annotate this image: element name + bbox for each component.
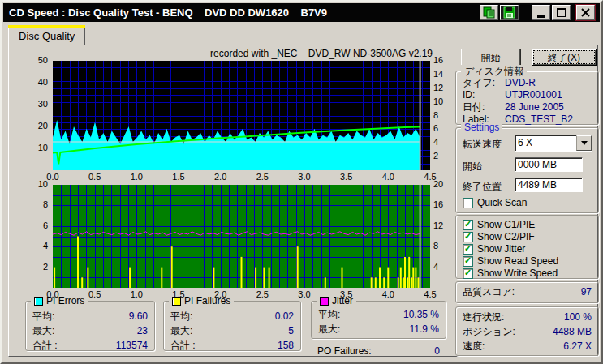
tab-label: Disc Quality: [19, 30, 75, 42]
close-icon: [581, 8, 590, 17]
copy-to-clipboard-button[interactable]: [480, 5, 498, 20]
end-position-input[interactable]: [515, 178, 583, 192]
checkbox-label: Show Read Speed: [477, 255, 558, 267]
axis-tick: 1.5: [167, 289, 190, 299]
disc-info-value: DVD-R: [505, 77, 536, 89]
axis-tick: 1.5: [167, 172, 190, 182]
settings-title-label: Settings: [464, 122, 499, 133]
jitter-pif-chart: [53, 185, 430, 288]
checkbox-label: Show Write Speed: [477, 268, 558, 279]
tab-disc-quality[interactable]: Disc Quality: [8, 27, 85, 45]
axis-tick: 6: [15, 221, 48, 230]
checkbox-icon[interactable]: [463, 244, 473, 255]
speed-select-dropdown-button[interactable]: [576, 135, 592, 151]
disc-info-label: ID:: [463, 89, 505, 101]
axis-tick: 2: [433, 151, 438, 161]
stat-label: 合計 :: [170, 338, 196, 353]
stat-value: 10.35 %: [403, 307, 439, 322]
save-button[interactable]: [500, 5, 519, 20]
maximize-button[interactable]: [552, 5, 571, 20]
stat-value: 11.9 %: [410, 322, 439, 336]
stat-row: 最大:11.9 %: [312, 322, 446, 336]
checkbox-show-write-speed[interactable]: Show Write Speed: [463, 268, 558, 279]
axis-tick: 16: [433, 55, 443, 65]
pi-errors-statbox: PI Errors 平均:9.60 最大:23 合計 :113574: [25, 301, 155, 351]
progress-row: 進行状況:100 %: [456, 310, 598, 324]
axis-tick: 30: [15, 99, 48, 109]
checkbox-show-jitter[interactable]: Show Jitter: [463, 243, 525, 255]
start-button[interactable]: 開始: [461, 49, 520, 66]
axis-tick: 2.5: [251, 289, 274, 299]
checkbox-show-c2pif[interactable]: Show C2/PIF: [463, 231, 535, 242]
disc-info-value: CDS_TEST_B2: [505, 113, 573, 126]
axis-tick: 6: [433, 123, 438, 133]
stat-value: 5: [288, 323, 294, 338]
minimize-icon: [537, 15, 545, 18]
checkbox-label: Show C2/PIF: [477, 231, 535, 242]
axis-tick: 4.5: [419, 289, 441, 299]
stat-value: 0.02: [275, 309, 294, 323]
axis-tick: 3.0: [293, 172, 316, 182]
quality-score-row: 品質スコア: 97: [456, 282, 598, 302]
stat-label: 平均:: [170, 309, 192, 323]
progress-row: 速度:6.27 X: [456, 339, 598, 353]
po-failures-label: PO Failures:: [317, 344, 372, 358]
axis-tick: 16: [433, 199, 443, 209]
axis-tick: 0.5: [84, 289, 106, 299]
floppy-disk-icon: [503, 6, 515, 19]
checkbox-icon[interactable]: [463, 232, 473, 242]
disc-info-title-label: ディスク情報: [464, 65, 523, 79]
progress-value: 100 %: [564, 310, 592, 324]
disc-info-label: 日付:: [463, 101, 505, 113]
stat-row: 最大:23: [26, 323, 154, 338]
start-position-input[interactable]: [515, 157, 583, 172]
checkbox-label: Show C1/PIE: [477, 219, 535, 230]
axis-tick: 2.0: [209, 172, 232, 182]
tabstrip: Disc Quality: [8, 27, 85, 45]
pie-speed-chart: [53, 61, 430, 170]
checkbox-show-read-speed[interactable]: Show Read Speed: [463, 255, 558, 267]
axis-tick: 8: [433, 241, 438, 251]
show-options-group: Show C1/PIE Show C2/PIF Show Jitter Show…: [455, 215, 599, 279]
axis-tick: 10: [433, 96, 443, 106]
progress-label: 進行状況:: [463, 310, 504, 324]
checkbox-icon[interactable]: [463, 220, 473, 230]
axis-tick: 3.5: [335, 289, 358, 299]
axis-tick: 0.5: [84, 172, 106, 182]
disc-info-group: ディスク情報 タイプ:DVD-R ID:UTJR001001 日付:28 Jun…: [455, 71, 599, 125]
checkbox-icon[interactable]: [463, 256, 473, 267]
axis-tick: 3.5: [335, 172, 358, 182]
axis-tick: 0.0: [41, 289, 64, 299]
axis-tick: 4: [15, 241, 48, 251]
window-title: CD Speed : Disc Quality Test - BENQ DVD …: [3, 6, 478, 19]
stat-label: 最大:: [318, 322, 340, 336]
axis-tick: 14: [433, 69, 443, 79]
quality-score-box: 品質スコア: 97: [455, 281, 599, 303]
axis-tick: 8: [433, 110, 438, 120]
speed-select[interactable]: 6 X: [515, 135, 592, 152]
exit-button-label: 終了(X): [533, 50, 595, 64]
checkbox-show-c1pie[interactable]: Show C1/PIE: [463, 219, 535, 230]
stat-row: 平均:9.60: [26, 309, 154, 323]
close-button[interactable]: [576, 5, 595, 20]
quality-score-label: 品質スコア:: [463, 282, 515, 302]
axis-tick: 4: [433, 137, 438, 147]
quick-scan-checkbox[interactable]: Quick Scan: [463, 197, 527, 208]
start-position-label: 開始: [463, 160, 482, 173]
disc-info-row: 日付:28 June 2005: [456, 101, 598, 113]
minimize-button[interactable]: [532, 5, 550, 20]
stat-row: 平均:10.35 %: [312, 307, 446, 322]
stat-label: 最大:: [32, 323, 54, 338]
quick-scan-checkbox-box[interactable]: [463, 198, 473, 208]
disc-info-row: ID:UTJR001001: [456, 89, 598, 101]
stat-label: 平均:: [318, 307, 340, 322]
settings-group-title: Settings: [461, 122, 502, 133]
disc-info-row: タイプ:DVD-R: [456, 77, 598, 89]
chevron-down-icon: [581, 141, 588, 145]
axis-tick: 20: [15, 121, 48, 131]
checkbox-icon[interactable]: [463, 268, 473, 279]
exit-button[interactable]: 終了(X): [532, 49, 597, 66]
disc-info-value: 28 June 2005: [505, 101, 564, 113]
pi-failures-statbox: PI Failures 平均:0.02 最大:5 合計 :158: [163, 301, 301, 351]
progress-row: ポジション:4488 MB: [456, 324, 598, 339]
